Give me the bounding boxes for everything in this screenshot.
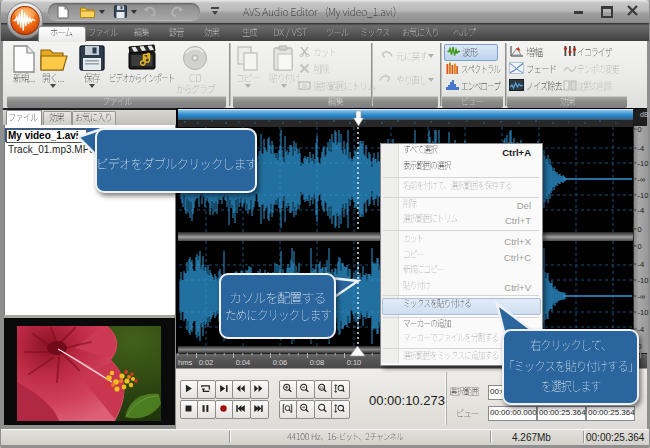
svg-text:-4: -4 (638, 325, 645, 334)
svg-text:hms: hms (178, 358, 192, 367)
svg-text:-∞: -∞ (638, 175, 646, 184)
svg-text:0:10: 0:10 (347, 358, 362, 367)
svg-text:0:04: 0:04 (236, 358, 251, 367)
svg-text:-10: -10 (638, 191, 649, 200)
svg-text:-10: -10 (638, 308, 649, 317)
svg-text:-10: -10 (638, 276, 649, 285)
svg-text:-4: -4 (638, 144, 645, 153)
svg-text:100: 100 (319, 386, 324, 390)
svg-text:-∞: -∞ (638, 292, 646, 301)
svg-text:-10: -10 (638, 159, 649, 168)
svg-text:0:08: 0:08 (310, 358, 325, 367)
svg-text:0: 0 (638, 125, 642, 134)
svg-text:0:06: 0:06 (273, 358, 288, 367)
svg-text:-4: -4 (638, 206, 645, 215)
svg-text:-4: -4 (638, 260, 645, 269)
svg-text:0:02: 0:02 (199, 358, 214, 367)
svg-text:dB: dB (640, 111, 649, 118)
svg-text:0: 0 (638, 225, 642, 234)
svg-text:0: 0 (638, 242, 642, 251)
